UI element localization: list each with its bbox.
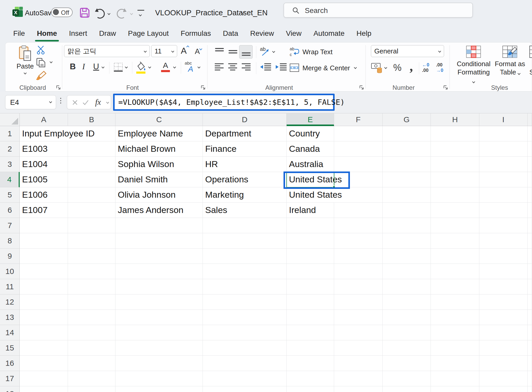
cell-F13[interactable] <box>334 310 383 325</box>
cell-E7[interactable] <box>287 218 334 233</box>
cell-E17[interactable] <box>287 371 334 386</box>
cell-G15[interactable] <box>383 340 431 356</box>
cell-A16[interactable] <box>20 356 68 371</box>
cell-I18[interactable] <box>479 386 528 392</box>
cell-G10[interactable] <box>383 264 431 279</box>
clipboard-dialog-launcher-icon[interactable] <box>56 85 61 90</box>
cell-stub-4[interactable] <box>528 172 532 187</box>
cell-A15[interactable] <box>20 340 68 356</box>
cell-G3[interactable] <box>383 157 431 172</box>
cell-B11[interactable] <box>68 279 115 294</box>
cell-A2[interactable]: E1003 <box>20 141 68 157</box>
cell-C9[interactable] <box>115 249 203 264</box>
cell-F7[interactable] <box>334 218 383 233</box>
cell-F6[interactable] <box>334 203 383 218</box>
font-dialog-launcher-icon[interactable] <box>201 85 206 90</box>
column-header-B[interactable]: B <box>68 113 115 126</box>
cell-F9[interactable] <box>334 249 383 264</box>
cell-H14[interactable] <box>431 325 479 340</box>
column-header-I[interactable]: I <box>479 113 528 126</box>
cut-button[interactable] <box>36 45 45 54</box>
wrap-text-button[interactable]: ab c Wrap Text <box>289 47 333 57</box>
cell-A3[interactable]: E1004 <box>20 157 68 172</box>
cell-stub-13[interactable] <box>528 310 532 325</box>
underline-chevron-icon[interactable] <box>101 65 104 68</box>
cell-I3[interactable] <box>479 157 528 172</box>
fx-chevron-icon[interactable] <box>106 101 109 104</box>
row-header-14[interactable]: 14 <box>0 325 20 340</box>
cell-G1[interactable] <box>383 126 431 141</box>
cell-E12[interactable] <box>287 294 334 310</box>
format-as-table-button[interactable]: Format as Table <box>494 46 526 76</box>
cell-D3[interactable]: HR <box>203 157 287 172</box>
cell-C5[interactable]: Olivia Johnson <box>115 187 203 203</box>
format-painter-button[interactable] <box>36 71 46 81</box>
cell-D10[interactable] <box>203 264 287 279</box>
autosave-toggle[interactable]: Off <box>51 8 73 17</box>
conditional-formatting-button[interactable]: Conditional Formatting <box>457 46 490 85</box>
cell-F16[interactable] <box>334 356 383 371</box>
cell-B6[interactable] <box>68 203 115 218</box>
cell-stub-15[interactable] <box>528 340 532 356</box>
cell-D9[interactable] <box>203 249 287 264</box>
cell-E11[interactable] <box>287 279 334 294</box>
cell-A12[interactable] <box>20 294 68 310</box>
row-header-15[interactable]: 15 <box>0 340 20 356</box>
cell-F3[interactable] <box>334 157 383 172</box>
document-title[interactable]: VLOOKUP_Practice_Dataset_EN <box>155 9 268 17</box>
cell-H1[interactable] <box>431 126 479 141</box>
tab-page-layout[interactable]: Page Layout <box>122 27 175 42</box>
cell-H8[interactable] <box>431 233 479 249</box>
decrease-indent-button[interactable] <box>260 62 272 73</box>
cell-E10[interactable] <box>287 264 334 279</box>
cell-G11[interactable] <box>383 279 431 294</box>
align-right-button[interactable] <box>241 62 252 73</box>
cell-C14[interactable] <box>115 325 203 340</box>
cell-B3[interactable] <box>68 157 115 172</box>
row-header-3[interactable]: 3 <box>0 157 20 172</box>
cell-G14[interactable] <box>383 325 431 340</box>
column-header-A[interactable]: A <box>20 113 68 126</box>
cell-C17[interactable] <box>115 371 203 386</box>
cell-I7[interactable] <box>479 218 528 233</box>
cell-F8[interactable] <box>334 233 383 249</box>
cell-H4[interactable] <box>431 172 479 187</box>
cell-E4[interactable]: United States <box>287 172 334 187</box>
undo-button[interactable] <box>93 8 106 19</box>
column-header-E[interactable]: E <box>287 113 334 126</box>
cell-D15[interactable] <box>203 340 287 356</box>
cell-stub-11[interactable] <box>528 279 532 294</box>
cell-C4[interactable]: Daniel Smith <box>115 172 203 187</box>
cell-I6[interactable] <box>479 203 528 218</box>
cell-I2[interactable] <box>479 141 528 157</box>
row-header-17[interactable]: 17 <box>0 371 20 386</box>
cell-C18[interactable] <box>115 386 203 392</box>
cell-F14[interactable] <box>334 325 383 340</box>
cell-I5[interactable] <box>479 187 528 203</box>
cell-B8[interactable] <box>68 233 115 249</box>
underline-button[interactable]: U <box>93 62 99 71</box>
formula-bar-grip-icon[interactable] <box>60 98 61 104</box>
decrease-decimal-button[interactable]: .00 →0 <box>436 62 443 73</box>
cell-F11[interactable] <box>334 279 383 294</box>
cell-stub-9[interactable] <box>528 249 532 264</box>
cell-G7[interactable] <box>383 218 431 233</box>
cell-stub-18[interactable] <box>528 386 532 392</box>
cell-G12[interactable] <box>383 294 431 310</box>
formula-input[interactable]: =VLOOKUP($A$4, Employee_List!$A$2:$E$11,… <box>113 94 335 111</box>
customize-quick-access-icon[interactable] <box>137 10 144 17</box>
row-header-8[interactable]: 8 <box>0 233 20 249</box>
insert-function-button[interactable]: fx <box>95 98 101 107</box>
copy-chevron-icon[interactable] <box>50 60 52 63</box>
cell-stub-8[interactable] <box>528 233 532 249</box>
cell-E1[interactable]: Country <box>287 126 334 141</box>
cell-stub-16[interactable] <box>528 356 532 371</box>
cell-I12[interactable] <box>479 294 528 310</box>
row-header-9[interactable]: 9 <box>0 249 20 264</box>
tab-review[interactable]: Review <box>244 27 280 42</box>
cell-G6[interactable] <box>383 203 431 218</box>
phonetic-chevron-icon[interactable] <box>197 65 200 68</box>
cell-D4[interactable]: Operations <box>203 172 287 187</box>
cell-F1[interactable] <box>334 126 383 141</box>
cell-stub-6[interactable] <box>528 203 532 218</box>
